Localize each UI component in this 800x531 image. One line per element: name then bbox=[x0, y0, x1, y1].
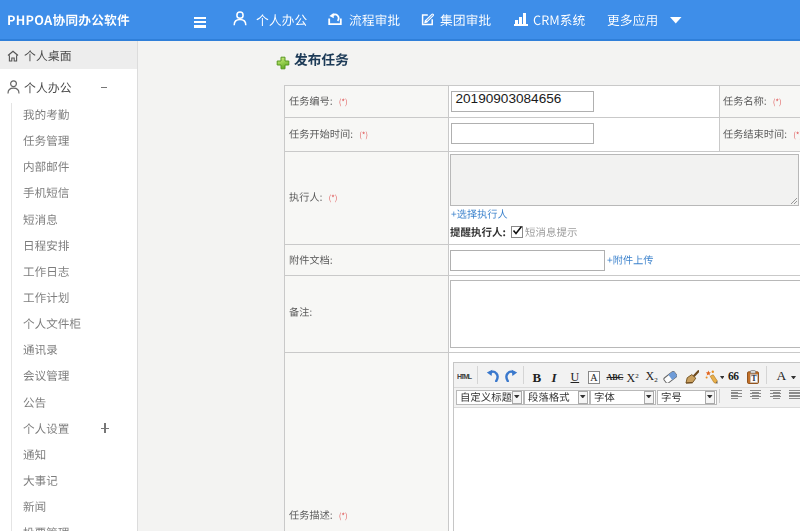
svg-text:T: T bbox=[751, 374, 757, 383]
svg-text:HTML: HTML bbox=[457, 373, 473, 380]
